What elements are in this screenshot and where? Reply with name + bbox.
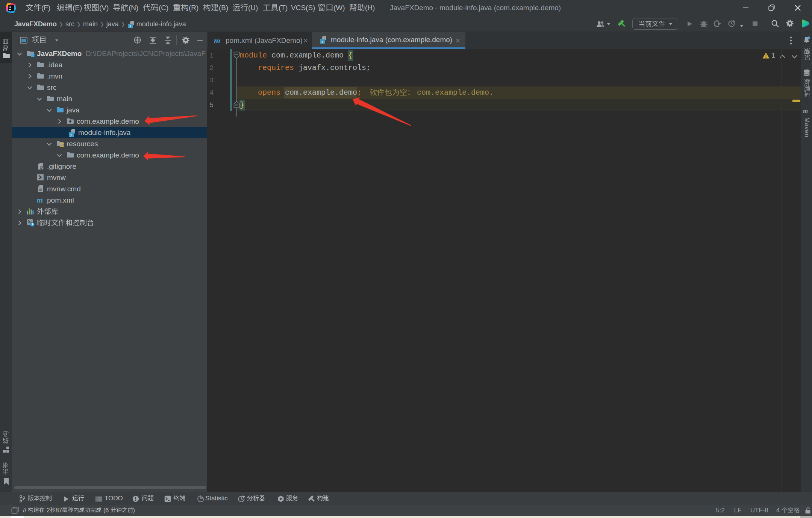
svg-text:IJ: IJ (9, 5, 11, 9)
svg-text:J: J (321, 40, 323, 44)
svg-text:m: m (803, 108, 808, 114)
svg-text:J: J (129, 24, 131, 28)
svg-text:m: m (214, 37, 220, 45)
